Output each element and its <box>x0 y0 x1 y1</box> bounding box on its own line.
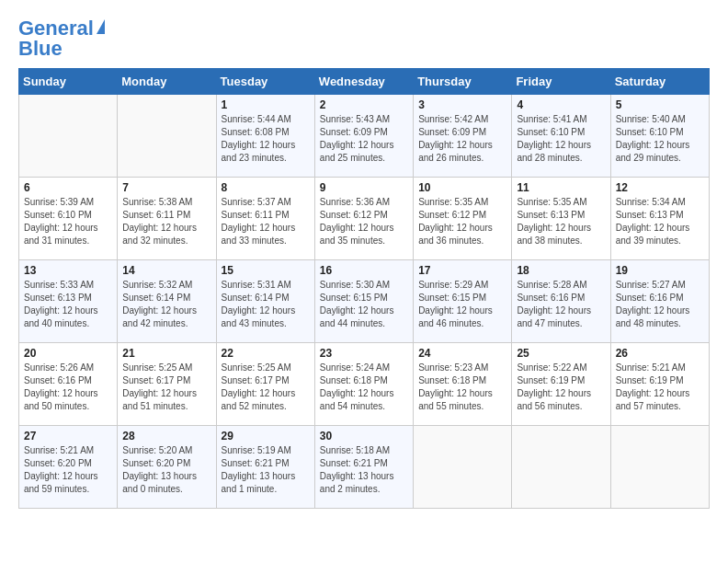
calendar-cell <box>610 426 709 509</box>
day-number: 25 <box>517 347 605 360</box>
day-info: Sunrise: 5:28 AM Sunset: 6:16 PM Dayligh… <box>517 279 605 330</box>
day-number: 29 <box>222 430 310 442</box>
day-number: 9 <box>320 181 408 194</box>
calendar-cell: 22Sunrise: 5:25 AM Sunset: 6:17 PM Dayli… <box>216 343 314 426</box>
calendar-cell: 9Sunrise: 5:36 AM Sunset: 6:12 PM Daylig… <box>314 178 413 260</box>
calendar-cell: 14Sunrise: 5:32 AM Sunset: 6:14 PM Dayli… <box>118 260 216 343</box>
day-number: 27 <box>24 430 112 442</box>
day-number: 12 <box>616 181 704 194</box>
weekday-header-tuesday: Tuesday <box>216 69 314 95</box>
calendar-cell: 2Sunrise: 5:43 AM Sunset: 6:09 PM Daylig… <box>314 95 413 178</box>
day-number: 2 <box>320 98 408 111</box>
day-info: Sunrise: 5:23 AM Sunset: 6:18 PM Dayligh… <box>418 362 506 413</box>
day-number: 3 <box>418 98 506 111</box>
calendar-cell: 26Sunrise: 5:21 AM Sunset: 6:19 PM Dayli… <box>610 343 709 426</box>
day-info: Sunrise: 5:37 AM Sunset: 6:11 PM Dayligh… <box>222 196 310 247</box>
calendar-cell: 21Sunrise: 5:25 AM Sunset: 6:17 PM Dayli… <box>118 343 216 426</box>
day-number: 20 <box>24 347 112 360</box>
calendar-cell: 1Sunrise: 5:44 AM Sunset: 6:08 PM Daylig… <box>216 95 314 178</box>
day-info: Sunrise: 5:35 AM Sunset: 6:12 PM Dayligh… <box>418 196 506 247</box>
day-number: 26 <box>616 347 704 360</box>
calendar-cell: 30Sunrise: 5:18 AM Sunset: 6:21 PM Dayli… <box>314 426 413 509</box>
day-number: 30 <box>320 430 408 442</box>
day-info: Sunrise: 5:20 AM Sunset: 6:20 PM Dayligh… <box>122 444 210 496</box>
day-number: 4 <box>517 98 605 111</box>
calendar-cell: 17Sunrise: 5:29 AM Sunset: 6:15 PM Dayli… <box>414 260 512 343</box>
day-number: 17 <box>418 264 506 277</box>
day-info: Sunrise: 5:43 AM Sunset: 6:09 PM Dayligh… <box>320 113 408 165</box>
day-number: 6 <box>24 181 112 194</box>
day-info: Sunrise: 5:21 AM Sunset: 6:20 PM Dayligh… <box>24 444 112 496</box>
day-number: 15 <box>222 264 310 277</box>
calendar-cell: 19Sunrise: 5:27 AM Sunset: 6:16 PM Dayli… <box>610 260 709 343</box>
calendar-cell: 6Sunrise: 5:39 AM Sunset: 6:10 PM Daylig… <box>19 178 118 260</box>
day-info: Sunrise: 5:36 AM Sunset: 6:12 PM Dayligh… <box>320 196 408 247</box>
weekday-header-thursday: Thursday <box>414 69 512 95</box>
calendar-cell <box>512 426 610 509</box>
calendar-cell: 10Sunrise: 5:35 AM Sunset: 6:12 PM Dayli… <box>414 178 512 260</box>
calendar-cell <box>19 95 118 178</box>
day-number: 22 <box>222 347 310 360</box>
calendar-cell: 7Sunrise: 5:38 AM Sunset: 6:11 PM Daylig… <box>118 178 216 260</box>
day-number: 1 <box>222 98 310 111</box>
day-number: 8 <box>222 181 310 194</box>
day-info: Sunrise: 5:39 AM Sunset: 6:10 PM Dayligh… <box>24 196 112 247</box>
day-info: Sunrise: 5:38 AM Sunset: 6:11 PM Dayligh… <box>122 196 210 247</box>
day-number: 11 <box>517 181 605 194</box>
calendar-cell: 11Sunrise: 5:35 AM Sunset: 6:13 PM Dayli… <box>512 178 610 260</box>
day-number: 14 <box>122 264 210 277</box>
day-info: Sunrise: 5:22 AM Sunset: 6:19 PM Dayligh… <box>517 362 605 413</box>
day-number: 16 <box>320 264 408 277</box>
day-number: 13 <box>24 264 112 277</box>
calendar-cell <box>414 426 512 509</box>
day-info: Sunrise: 5:44 AM Sunset: 6:08 PM Dayligh… <box>222 113 310 165</box>
calendar-cell: 23Sunrise: 5:24 AM Sunset: 6:18 PM Dayli… <box>314 343 413 426</box>
calendar-cell: 8Sunrise: 5:37 AM Sunset: 6:11 PM Daylig… <box>216 178 314 260</box>
logo-triangle-icon <box>97 19 105 34</box>
weekday-header-row: SundayMondayTuesdayWednesdayThursdayFrid… <box>19 69 710 95</box>
weekday-header-wednesday: Wednesday <box>314 69 413 95</box>
calendar-cell: 13Sunrise: 5:33 AM Sunset: 6:13 PM Dayli… <box>19 260 118 343</box>
calendar-cell: 29Sunrise: 5:19 AM Sunset: 6:21 PM Dayli… <box>216 426 314 509</box>
calendar-cell: 15Sunrise: 5:31 AM Sunset: 6:14 PM Dayli… <box>216 260 314 343</box>
day-number: 24 <box>418 347 506 360</box>
day-info: Sunrise: 5:24 AM Sunset: 6:18 PM Dayligh… <box>320 362 408 413</box>
calendar-cell: 25Sunrise: 5:22 AM Sunset: 6:19 PM Dayli… <box>512 343 610 426</box>
calendar-cell: 18Sunrise: 5:28 AM Sunset: 6:16 PM Dayli… <box>512 260 610 343</box>
calendar-cell: 16Sunrise: 5:30 AM Sunset: 6:15 PM Dayli… <box>314 260 413 343</box>
calendar-week-row: 20Sunrise: 5:26 AM Sunset: 6:16 PM Dayli… <box>19 343 710 426</box>
day-info: Sunrise: 5:31 AM Sunset: 6:14 PM Dayligh… <box>222 279 310 330</box>
calendar-table: SundayMondayTuesdayWednesdayThursdayFrid… <box>18 68 710 509</box>
day-info: Sunrise: 5:35 AM Sunset: 6:13 PM Dayligh… <box>517 196 605 247</box>
calendar-week-row: 27Sunrise: 5:21 AM Sunset: 6:20 PM Dayli… <box>19 426 710 509</box>
day-info: Sunrise: 5:25 AM Sunset: 6:17 PM Dayligh… <box>222 362 310 413</box>
calendar-cell: 28Sunrise: 5:20 AM Sunset: 6:20 PM Dayli… <box>118 426 216 509</box>
page-header: General Blue <box>18 18 710 59</box>
calendar-cell <box>118 95 216 178</box>
weekday-header-sunday: Sunday <box>19 69 118 95</box>
day-info: Sunrise: 5:27 AM Sunset: 6:16 PM Dayligh… <box>616 279 704 330</box>
day-info: Sunrise: 5:41 AM Sunset: 6:10 PM Dayligh… <box>517 113 605 165</box>
day-number: 7 <box>122 181 210 194</box>
day-number: 10 <box>418 181 506 194</box>
calendar-cell: 5Sunrise: 5:40 AM Sunset: 6:10 PM Daylig… <box>610 95 709 178</box>
weekday-header-friday: Friday <box>512 69 610 95</box>
day-number: 21 <box>122 347 210 360</box>
day-info: Sunrise: 5:21 AM Sunset: 6:19 PM Dayligh… <box>616 362 704 413</box>
logo-text: General <box>18 18 94 39</box>
day-info: Sunrise: 5:18 AM Sunset: 6:21 PM Dayligh… <box>320 444 408 496</box>
calendar-week-row: 1Sunrise: 5:44 AM Sunset: 6:08 PM Daylig… <box>19 95 710 178</box>
calendar-cell: 20Sunrise: 5:26 AM Sunset: 6:16 PM Dayli… <box>19 343 118 426</box>
weekday-header-monday: Monday <box>118 69 216 95</box>
calendar-cell: 27Sunrise: 5:21 AM Sunset: 6:20 PM Dayli… <box>19 426 118 509</box>
day-number: 19 <box>616 264 704 277</box>
day-number: 18 <box>517 264 605 277</box>
day-number: 5 <box>616 98 704 111</box>
day-info: Sunrise: 5:33 AM Sunset: 6:13 PM Dayligh… <box>24 279 112 330</box>
day-info: Sunrise: 5:26 AM Sunset: 6:16 PM Dayligh… <box>24 362 112 413</box>
day-number: 23 <box>320 347 408 360</box>
logo: General Blue <box>18 18 105 59</box>
calendar-week-row: 6Sunrise: 5:39 AM Sunset: 6:10 PM Daylig… <box>19 178 710 260</box>
day-info: Sunrise: 5:29 AM Sunset: 6:15 PM Dayligh… <box>418 279 506 330</box>
day-info: Sunrise: 5:30 AM Sunset: 6:15 PM Dayligh… <box>320 279 408 330</box>
